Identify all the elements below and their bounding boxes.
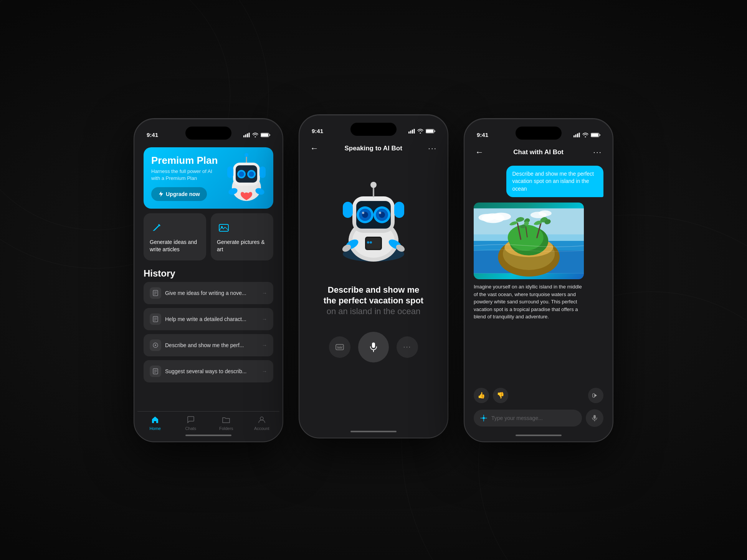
reaction-row: 👍 👎	[468, 386, 610, 405]
island-svg	[474, 203, 584, 279]
svg-point-48	[370, 241, 372, 244]
bot-text: Imagine yourself on an idyllic island in…	[474, 283, 584, 321]
history-item-2[interactable]: Describe and show me the perf... →	[144, 334, 273, 356]
image-icon	[217, 221, 231, 235]
phone-2: 9:41 ← Speaking to AI Bot ···	[299, 114, 448, 438]
phone-3: 9:41 ← Chat with AI Bot ··· Describe and…	[464, 118, 613, 442]
svg-rect-38	[412, 130, 413, 133]
thumbs-down-button[interactable]: 👎	[493, 388, 508, 403]
history-title: History	[137, 265, 279, 282]
svg-point-47	[367, 241, 369, 244]
chat-header-2: ← Speaking to AI Bot ···	[302, 139, 445, 158]
bot-message-container: Imagine yourself on an idyllic island in…	[474, 203, 584, 321]
history-list: Give me ideas for writing a nove... → He…	[137, 282, 279, 382]
status-time-1: 9:41	[147, 132, 158, 138]
chat-input-field[interactable]: Type your message...	[474, 410, 582, 427]
pencil-icon	[150, 221, 164, 235]
more-button-2[interactable]: ···	[428, 144, 437, 153]
nav-folders-label: Folders	[219, 426, 233, 431]
chat-messages: Describe and show me the perfect vacatio…	[468, 162, 610, 386]
upgrade-button[interactable]: Upgrade now	[151, 187, 207, 201]
keyboard-icon	[335, 343, 344, 351]
phones-container: 9:41 Premium Plan Harness the full power…	[134, 118, 613, 442]
action-card-1[interactable]: Generate pictures & art	[211, 213, 273, 260]
phone-1-screen: 9:41 Premium Plan Harness the full power…	[137, 122, 279, 438]
phone-2-screen: 9:41 ← Speaking to AI Bot ···	[302, 118, 445, 435]
voice-prompt-muted: on an island in the ocean	[327, 306, 421, 316]
chat-header-3: ← Chat with AI Bot ···	[468, 143, 610, 162]
svg-rect-76	[573, 135, 575, 137]
status-time-2: 9:41	[312, 128, 323, 134]
bot-image	[474, 203, 584, 279]
chats-icon	[186, 415, 196, 425]
status-icons-3	[573, 133, 600, 137]
more-button-3[interactable]: ···	[593, 148, 602, 156]
options-button-2[interactable]: ···	[397, 336, 418, 358]
svg-rect-78	[577, 133, 578, 137]
svg-point-59	[379, 212, 381, 214]
nav-chats[interactable]: Chats	[173, 415, 209, 431]
back-button-2[interactable]: ←	[310, 143, 319, 153]
history-text-2: Describe and show me the perf...	[165, 342, 258, 348]
svg-point-30	[155, 344, 156, 346]
back-button-3[interactable]: ←	[475, 147, 484, 157]
history-item-1[interactable]: Help me write a detailed charact... →	[144, 308, 273, 330]
nav-home[interactable]: Home	[137, 415, 173, 431]
svg-rect-99	[593, 394, 595, 397]
history-arrow-0: →	[262, 290, 267, 296]
action-grid: Generate ideas and write articles Genera…	[144, 213, 273, 260]
action-card-0[interactable]: Generate ideas and write articles	[144, 213, 206, 260]
chat-title-2: Speaking to AI Bot	[319, 145, 428, 152]
thumbs-up-button[interactable]: 👍	[474, 388, 489, 403]
phone-3-screen: 9:41 ← Chat with AI Bot ··· Describe and…	[468, 122, 610, 438]
home-icon	[150, 415, 160, 425]
nav-folders[interactable]: Folders	[208, 415, 244, 431]
signal-icon-3	[573, 133, 580, 137]
nav-home-label: Home	[150, 426, 161, 431]
history-arrow-2: →	[262, 342, 267, 348]
svg-rect-68	[336, 344, 344, 350]
history-item-3[interactable]: Suggest several ways to describ... →	[144, 360, 273, 382]
premium-subtitle: Harness the full power of AI with a Prem…	[151, 168, 220, 182]
nav-account[interactable]: Account	[244, 415, 280, 431]
battery-icon-2	[426, 129, 435, 133]
svg-rect-81	[591, 133, 598, 137]
voice-prompt: Describe and show me the perfect vacatio…	[310, 285, 437, 316]
svg-rect-39	[414, 129, 415, 133]
status-icons-1	[243, 133, 270, 137]
keyboard-button[interactable]	[329, 336, 350, 358]
phone2-content: ← Speaking to AI Bot ···	[302, 139, 445, 435]
svg-rect-0	[243, 135, 245, 137]
user-message: Describe and show me the perfect vacatio…	[506, 166, 604, 198]
svg-rect-101	[593, 415, 596, 419]
mic-send-button[interactable]	[586, 409, 603, 427]
nav-chats-label: Chats	[185, 426, 196, 431]
chat-title-3: Chat with AI Bot	[484, 148, 593, 156]
svg-rect-37	[410, 130, 412, 133]
phone3-content: ← Chat with AI Bot ··· Describe and show…	[468, 143, 610, 438]
signal-icon-2	[408, 129, 415, 133]
signal-icon	[243, 133, 250, 137]
history-text-1: Help me write a detailed charact...	[165, 316, 258, 322]
share-button[interactable]	[588, 388, 603, 403]
history-text-0: Give me ideas for writing a nove...	[165, 290, 258, 296]
status-time-3: 9:41	[477, 132, 488, 138]
robot-3d	[320, 166, 427, 273]
dynamic-island-3	[516, 127, 562, 140]
robot-display: Describe and show me the perfect vacatio…	[302, 158, 445, 435]
battery-icon	[261, 133, 270, 137]
history-arrow-3: →	[262, 368, 267, 374]
wifi-icon-3	[582, 133, 588, 137]
voice-controls: ···	[329, 332, 418, 366]
svg-point-88	[539, 211, 552, 216]
microphone-icon	[368, 342, 379, 352]
home-indicator-3	[516, 435, 562, 436]
wifi-icon-2	[417, 129, 423, 133]
dynamic-island-1	[185, 127, 231, 140]
mic-icon	[591, 415, 598, 422]
history-item-0[interactable]: Give me ideas for writing a nove... →	[144, 282, 273, 304]
chat-input-bar: Type your message...	[468, 405, 610, 438]
svg-rect-74	[372, 343, 375, 348]
history-arrow-1: →	[262, 316, 267, 322]
microphone-main-button[interactable]	[358, 332, 389, 362]
